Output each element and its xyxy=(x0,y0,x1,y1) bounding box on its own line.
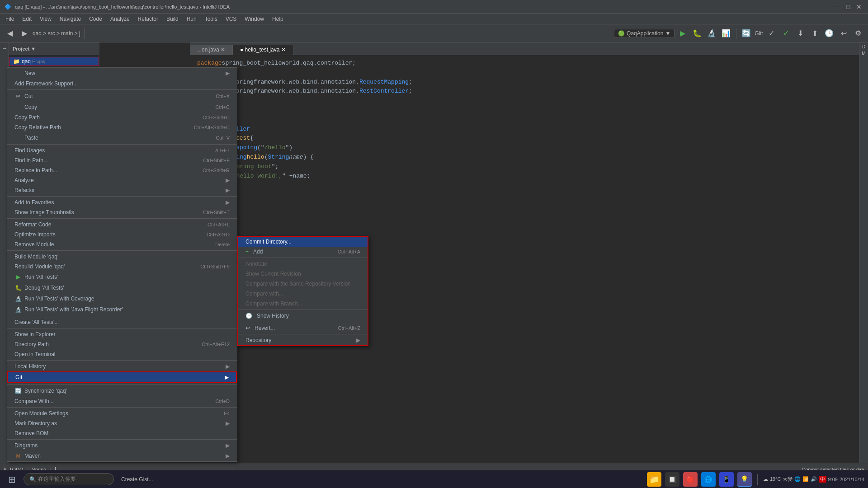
clock: 9:09 xyxy=(828,477,838,482)
update-button[interactable]: 🔄 xyxy=(740,27,753,40)
ctx-copy-path[interactable]: Copy Path Ctrl+Shift+C xyxy=(7,113,237,122)
create-gist-button[interactable]: Create Gist... xyxy=(118,474,157,484)
ctx-optimize-imports[interactable]: Optimize Imports Ctrl+Alt+O xyxy=(7,230,237,239)
git-show-history[interactable]: 🕒 Show History xyxy=(238,311,368,321)
taskbar-explorer[interactable]: 📁 xyxy=(647,472,661,487)
ctx-sep-11 xyxy=(7,439,237,440)
ctx-new[interactable]: New ▶ xyxy=(7,68,237,79)
maximize-button[interactable]: □ xyxy=(844,2,853,11)
git-sep-3 xyxy=(238,322,368,322)
ctx-find-usages[interactable]: Find Usages Alt+F7 xyxy=(7,145,237,155)
start-button[interactable]: ⊞ xyxy=(4,471,20,488)
taskbar-app2[interactable]: 🔲 xyxy=(665,472,679,487)
forward-button[interactable]: ▶ xyxy=(18,27,31,40)
git-update-button[interactable]: ⬇ xyxy=(794,27,807,40)
git-label: Git: xyxy=(755,30,763,37)
taskbar-app3[interactable]: 🔴 xyxy=(683,472,698,487)
ctx-copy[interactable]: Copy Ctrl+C xyxy=(7,102,237,113)
taskbar-app5[interactable]: 📱 xyxy=(719,472,734,487)
ctx-paste[interactable]: Paste Ctrl+V xyxy=(7,132,237,143)
back-button[interactable]: ◀ xyxy=(4,27,16,40)
run-config-label: QaqApplication xyxy=(627,30,663,37)
menu-navigate[interactable]: Navigate xyxy=(56,15,85,23)
git-commit-directory[interactable]: Commit Directory... xyxy=(238,237,368,247)
ctx-cut[interactable]: ✂ Cut Ctrl+X xyxy=(7,91,237,102)
ctx-open-terminal[interactable]: Open in Terminal xyxy=(7,349,237,359)
profile-button[interactable]: 📊 xyxy=(720,27,732,40)
ctx-copy-relative-path[interactable]: Copy Relative Path Ctrl+Alt+Shift+C xyxy=(7,122,237,132)
debug-button[interactable]: 🐛 xyxy=(691,27,703,40)
code-line-3: import org.springframework.web.bind.anno… xyxy=(197,78,861,87)
tab-hello-test[interactable]: ● hello_test.java ✕ xyxy=(233,45,293,55)
run-button[interactable]: ▶ xyxy=(676,27,689,40)
right-sidebar: D M xyxy=(859,42,868,463)
coverage-button[interactable]: 🔬 xyxy=(705,27,718,40)
project-tool-icon[interactable]: 1 xyxy=(2,47,7,50)
ctx-mark-directory[interactable]: Mark Directory as ▶ xyxy=(7,418,237,428)
git-history-button[interactable]: 🕒 xyxy=(823,27,835,40)
editor-tabs: ...on.java ✕ ● hello_test.java ✕ xyxy=(190,42,868,55)
ctx-rebuild-module[interactable]: Rebuild Module 'qaq' Ctrl+Shift+F9 xyxy=(7,262,237,272)
ctx-run-coverage[interactable]: 🔬 Run 'All Tests' with Coverage xyxy=(7,293,237,304)
ime-indicator: 中 xyxy=(819,476,826,483)
ctx-git[interactable]: Git ▶ xyxy=(7,371,237,383)
menu-edit[interactable]: Edit xyxy=(19,15,35,23)
ctx-run-tests[interactable]: ▶ Run 'All Tests' xyxy=(7,272,237,282)
menu-help[interactable]: Help xyxy=(269,15,287,23)
menu-window[interactable]: Window xyxy=(241,15,268,23)
menu-build[interactable]: Build xyxy=(163,15,182,23)
git-push-button[interactable]: ⬆ xyxy=(808,27,821,40)
ctx-diagrams[interactable]: Diagrams ▶ xyxy=(7,441,237,450)
minimize-button[interactable]: ─ xyxy=(833,2,842,11)
menu-run[interactable]: Run xyxy=(183,15,200,23)
git-commit-button[interactable]: ✓ xyxy=(765,27,778,40)
menu-refactor[interactable]: Refactor xyxy=(134,15,162,23)
ctx-show-explorer[interactable]: Show in Explorer xyxy=(7,329,237,339)
menu-view[interactable]: View xyxy=(36,15,55,23)
run-config-dropdown[interactable]: 🟢 QaqApplication ▼ xyxy=(614,29,675,38)
ctx-run-flight-recorder[interactable]: 🔬 Run 'All Tests' with 'Java Flight Reco… xyxy=(7,304,237,315)
taskbar-edge[interactable]: 🌐 xyxy=(701,472,716,487)
git-check-button[interactable]: ✓ xyxy=(779,27,792,40)
project-label: Project ▼ xyxy=(13,46,36,52)
ctx-analyze[interactable]: Analyze ▶ xyxy=(7,175,237,185)
menu-tools[interactable]: Tools xyxy=(201,15,221,23)
menu-vcs[interactable]: VCS xyxy=(222,15,241,23)
wifi-icon: 📶 xyxy=(802,476,809,482)
ctx-module-settings[interactable]: Open Module Settings F4 xyxy=(7,408,237,418)
ctx-add-framework[interactable]: Add Framework Support... xyxy=(7,79,237,89)
close-button[interactable]: ✕ xyxy=(854,2,863,11)
ctx-show-thumbnails[interactable]: Show Image Thumbnails Ctrl+Shift+T xyxy=(7,207,237,217)
ctx-replace-path[interactable]: Replace in Path... Ctrl+Shift+R xyxy=(7,165,237,175)
git-add[interactable]: + Add Ctrl+Alt+A xyxy=(238,247,368,257)
ctx-directory-path[interactable]: Directory Path Ctrl+Alt+F12 xyxy=(7,339,237,349)
ctx-reformat-code[interactable]: Reformat Code Ctrl+Alt+L xyxy=(7,220,237,230)
tab-on-java[interactable]: ...on.java ✕ xyxy=(190,45,233,55)
git-repository[interactable]: Repository ▶ xyxy=(238,335,368,345)
git-revert[interactable]: ↩ Revert... Ctrl+Alt+Z xyxy=(238,323,368,333)
menu-code[interactable]: Code xyxy=(85,15,106,23)
tree-item-qaq[interactable]: 📁 qaq E:\qaq xyxy=(9,57,99,66)
ctx-remove-bom[interactable]: Remove BOM xyxy=(7,428,237,438)
ctx-compare-with[interactable]: Compare With... Ctrl+D xyxy=(7,396,237,406)
git-revert-button[interactable]: ↩ xyxy=(837,27,850,40)
ctx-create-tests[interactable]: Create 'All Tests'... xyxy=(7,317,237,327)
ctx-remove-module[interactable]: Remove Module Delete xyxy=(7,239,237,249)
ctx-synchronize[interactable]: 🔄 Synchronize 'qaq' xyxy=(7,385,237,396)
taskbar-intellij[interactable]: 💡 xyxy=(737,472,752,487)
ctx-add-favorites[interactable]: Add to Favorites ▶ xyxy=(7,197,237,207)
ctx-maven[interactable]: M Maven ▶ xyxy=(7,450,237,461)
menu-file[interactable]: File xyxy=(2,15,18,23)
ctx-sep-5 xyxy=(7,250,237,251)
ctx-debug-tests[interactable]: 🐛 Debug 'All Tests' xyxy=(7,282,237,293)
tree-label-qaq: qaq E:\qaq xyxy=(22,58,45,65)
app-icon: 🔷 xyxy=(5,4,11,10)
ctx-build-module[interactable]: Build Module 'qaq' xyxy=(7,252,237,262)
menu-analyze[interactable]: Analyze xyxy=(107,15,133,23)
ctx-local-history[interactable]: Local History ▶ xyxy=(7,361,237,371)
ctx-find-path[interactable]: Find in Path... Ctrl+Shift+F xyxy=(7,155,237,165)
ctx-refactor[interactable]: Refactor ▶ xyxy=(7,185,237,195)
taskbar-search[interactable]: 🔍 在这里输入你要 xyxy=(24,473,114,485)
settings-button[interactable]: ⚙ xyxy=(852,27,864,40)
add-icon: + xyxy=(245,249,249,255)
